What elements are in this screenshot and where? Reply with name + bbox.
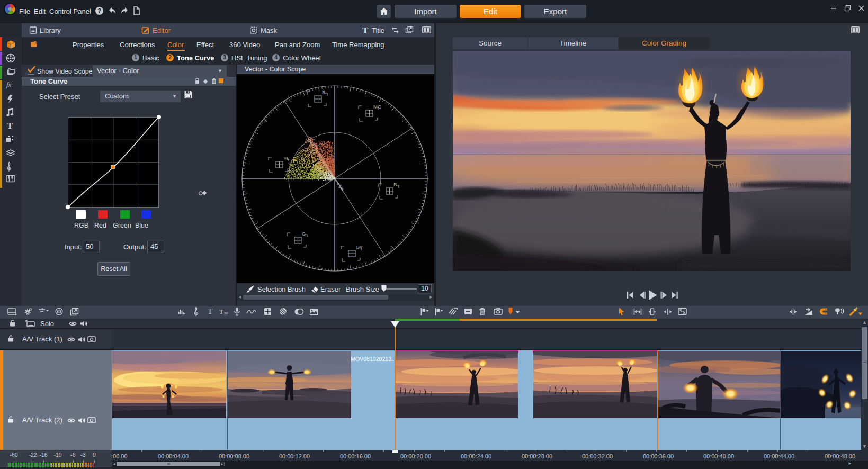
svg-text:so: so — [224, 311, 228, 315]
svg-text:YL: YL — [283, 155, 290, 161]
svg-text:R: R — [322, 89, 326, 95]
svg-text:T: T — [219, 308, 223, 315]
svg-text:MG: MG — [373, 104, 381, 110]
svg-text:G: G — [302, 231, 306, 237]
svg-text:T: T — [208, 307, 212, 315]
svg-text:fx: fx — [6, 80, 12, 88]
svg-text:T: T — [7, 121, 13, 130]
svg-text:CY: CY — [356, 244, 363, 250]
svg-text:B: B — [393, 182, 397, 187]
